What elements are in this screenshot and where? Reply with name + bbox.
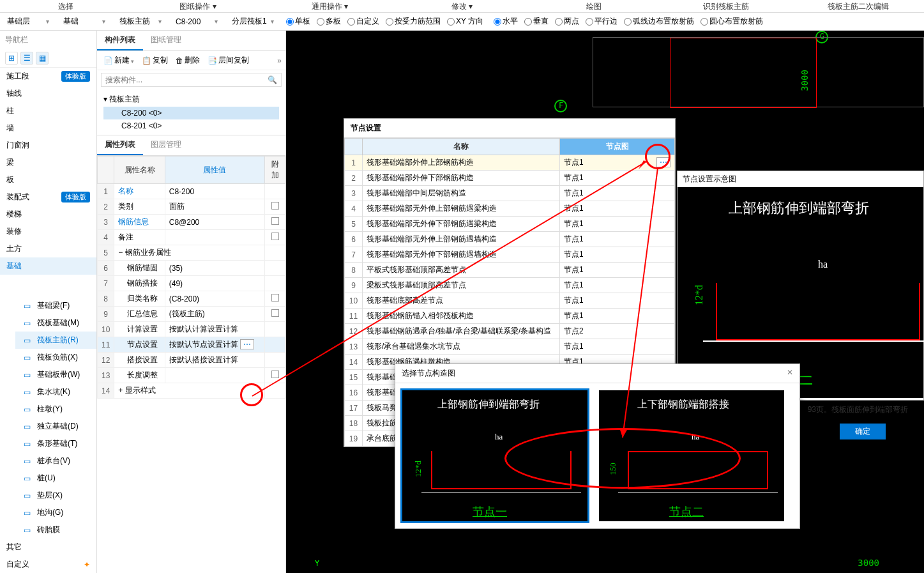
nav-item-11[interactable]: 基础 (0, 257, 96, 275)
tree-child-0[interactable]: C8-200 <0> (103, 107, 279, 119)
nav-item-6[interactable]: 板 (0, 171, 96, 188)
tab-drawing-mgmt[interactable]: 图纸管理 (143, 31, 189, 50)
menu-modify[interactable]: 修改 ▾ (396, 0, 528, 12)
nav-grid-icon[interactable]: ▦ (36, 52, 49, 65)
node-row-5[interactable]: 5筏形基础端部无外伸下部钢筋遇梁构造节点1 (345, 217, 675, 232)
new-button[interactable]: 📄新建 (101, 54, 137, 67)
toolbar-more-icon[interactable]: » (277, 56, 282, 65)
prop-row-12[interactable]: 12 搭接设置按默认搭接设置计算 (98, 353, 285, 368)
nav-sub-3[interactable]: ▭筏板负筋(X) (15, 349, 96, 366)
nav-sub-12[interactable]: ▭地沟(G) (15, 504, 96, 521)
nav-sub-10[interactable]: ▭桩(U) (15, 470, 96, 487)
nav-item-2[interactable]: 柱 (0, 102, 96, 119)
nav-sub-0[interactable]: ▭基础梁(F) (15, 297, 96, 314)
prop-row-9[interactable]: 9 汇总信息(筏板主筋) (98, 307, 285, 322)
node-row-7[interactable]: 7筏形基础端部无外伸下部钢筋遇墙构造节点1 (345, 247, 675, 263)
prop-row-1[interactable]: 1名称C8-200 (98, 184, 285, 199)
radio-parallel[interactable]: 平行边 (583, 16, 620, 27)
tab-component-list[interactable]: 构件列表 (97, 31, 143, 50)
nav-sub-9[interactable]: ▭桩承台(V) (15, 452, 96, 470)
nav-sub-2[interactable]: ▭筏板主筋(R) (15, 332, 96, 349)
nav-sub-7[interactable]: ▭独立基础(D) (15, 418, 96, 435)
radio-arc[interactable]: 弧线边布置放射筋 (621, 16, 697, 27)
node-row-6[interactable]: 6筏形基础端部无外伸上部钢筋遇墙构造节点1 (345, 232, 675, 247)
radio-two-point[interactable]: 两点 (552, 16, 582, 27)
node-row-8[interactable]: 8平板式筏形基础顶部高差节点节点1 (345, 263, 675, 278)
tree-root[interactable]: ▾ 筏板主筋 (103, 92, 279, 107)
category-dropdown[interactable]: 基础 (59, 14, 110, 29)
nav-item-7[interactable]: 装配式体验版 (0, 188, 96, 206)
prop-row-14[interactable]: 14+ 显示样式 (98, 383, 285, 399)
tab-layer-mgmt[interactable]: 图层管理 (143, 135, 189, 155)
menu-select[interactable]: 选择 (0, 0, 132, 12)
nav-item-5[interactable]: 梁 (0, 154, 96, 171)
menu-drawing-ops[interactable]: 图纸操作 ▾ (132, 0, 264, 12)
node-row-1[interactable]: 1筏形基础端部外伸上部钢筋构造节点1 ⋯ (345, 155, 675, 171)
nav-item-0[interactable]: 施工段体验版 (0, 68, 96, 85)
choice-2[interactable]: 上下部钢筋端部搭接 ha 150 节点二 (597, 388, 786, 523)
layer-dropdown[interactable]: 分层筏板1 (227, 14, 278, 29)
nav-item-4[interactable]: 门窗洞 (0, 137, 96, 154)
nav-sub-4[interactable]: ▭基础板带(W) (15, 366, 96, 383)
radio-single[interactable]: 单板 (284, 16, 313, 27)
radio-xy[interactable]: XY 方向 (444, 16, 486, 27)
radio-vertical[interactable]: 垂直 (522, 16, 551, 27)
member-dropdown[interactable]: C8-200 (171, 15, 222, 28)
nav-sub-1[interactable]: ▭筏板基础(M) (15, 314, 96, 332)
nav-sub-13[interactable]: ▭砖胎膜 (15, 521, 96, 539)
menu-secondary-edit[interactable]: 筏板主筋二次编辑 (792, 0, 924, 12)
node-row-10[interactable]: 10筏形基础底部高差节点节点1 (345, 293, 675, 309)
nav-sub-11[interactable]: ▭垫层(X) (15, 487, 96, 504)
floor-dropdown[interactable]: 基础层 (3, 14, 54, 29)
confirm-button[interactable]: 确定 (840, 424, 886, 439)
prop-row-3[interactable]: 3钢筋信息C8@200 (98, 215, 285, 230)
nav-item-3[interactable]: 墙 (0, 119, 96, 137)
nav-sub-6[interactable]: ▭柱墩(Y) (15, 401, 96, 418)
tab-properties[interactable]: 属性列表 (97, 135, 143, 155)
radio-custom[interactable]: 自定义 (345, 16, 382, 27)
search-icon[interactable]: 🔍 (268, 75, 277, 84)
node-row-13[interactable]: 13筏形/承台基础遇集水坑节点节点1 (345, 339, 675, 355)
close-icon[interactable]: ✕ (787, 368, 793, 379)
floor-copy-button[interactable]: 📑层间复制 (205, 54, 252, 67)
tree-child-1[interactable]: C8-201 <0> (103, 119, 279, 132)
prop-row-2[interactable]: 2类别面筋 (98, 199, 285, 215)
prop-row-7[interactable]: 7 钢筋搭接(49) (98, 276, 285, 291)
nav-sub-5[interactable]: ▭集水坑(K) (15, 383, 96, 401)
menu-recognize[interactable]: 识别筏板主筋 (660, 0, 792, 12)
nav-expand-icon[interactable]: ⊞ (5, 52, 18, 65)
nav-item-10[interactable]: 土方 (0, 240, 96, 257)
radio-center[interactable]: 圆心布置放射筋 (698, 16, 766, 27)
prop-row-11[interactable]: 11 节点设置按默认节点设置计算 ⋯ (98, 337, 285, 353)
prop-row-10[interactable]: 10 计算设置按默认计算设置计算 (98, 322, 285, 337)
nav-custom[interactable]: 自定义✦ (0, 556, 96, 573)
nav-sub-8[interactable]: ▭条形基础(T) (15, 435, 96, 452)
element-dropdown[interactable]: 筏板主筋 (115, 14, 166, 29)
node-settings-btn[interactable]: ⋯ (240, 339, 254, 349)
menu-draw[interactable]: 绘图 (528, 0, 660, 12)
nav-item-9[interactable]: 装修 (0, 223, 96, 240)
node-row-4[interactable]: 4筏形基础端部无外伸上部钢筋遇梁构造节点1 (345, 201, 675, 217)
radio-horizontal[interactable]: 水平 (491, 16, 520, 27)
prop-row-8[interactable]: 8 归类名称(C8-200) (98, 291, 285, 307)
nav-other[interactable]: 其它 (0, 539, 96, 556)
node-row-9[interactable]: 9梁板式筏形基础顶部高差节点节点1 (345, 278, 675, 293)
nav-list-icon[interactable]: ☰ (20, 52, 33, 65)
node-row-12[interactable]: 12筏形基础钢筋遇承台/独基/承台梁/基础联系梁/条基构造节点2 (345, 324, 675, 339)
prop-row-5[interactable]: 5− 钢筋业务属性 (98, 245, 285, 261)
search-input[interactable] (105, 75, 268, 84)
node-diagram-btn[interactable]: ⋯ (656, 157, 670, 167)
node-row-11[interactable]: 11筏形基础钢筋锚入相邻筏板构造节点1 (345, 309, 675, 324)
nav-item-1[interactable]: 轴线 (0, 85, 96, 102)
nav-item-8[interactable]: 楼梯 (0, 206, 96, 223)
node-row-3[interactable]: 3筏形基础端部中间层钢筋构造节点1 (345, 186, 675, 201)
prop-row-6[interactable]: 6 钢筋锚固(35) (98, 261, 285, 276)
copy-button[interactable]: 📋复制 (139, 54, 170, 67)
search-box[interactable]: 🔍 (101, 73, 282, 87)
prop-row-13[interactable]: 13 长度调整 (98, 368, 285, 383)
radio-force-range[interactable]: 按受力筋范围 (383, 16, 443, 27)
choice-1[interactable]: 上部钢筋伸到端部弯折 ha 12*d 节点一 (400, 388, 589, 523)
delete-button[interactable]: 🗑删除 (173, 54, 202, 67)
node-row-2[interactable]: 2筏形基础端部外伸下部钢筋构造节点1 (345, 171, 675, 186)
radio-multi[interactable]: 多板 (314, 16, 344, 27)
